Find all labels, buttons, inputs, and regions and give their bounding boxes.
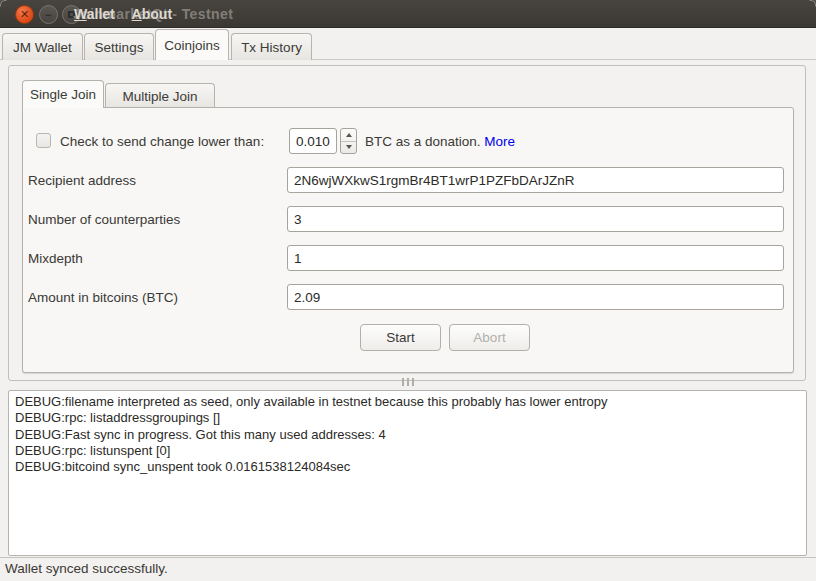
tab-tx-history-label: Tx History (241, 40, 302, 55)
tab-multiple-join[interactable]: Multiple Join (105, 83, 215, 108)
tab-settings-label: Settings (95, 40, 144, 55)
statusbar-message: Wallet synced successfully. (5, 561, 168, 576)
log-line: DEBUG:rpc: listunspent [0] (15, 443, 800, 459)
spin-down-button[interactable] (341, 142, 356, 154)
titlebar[interactable]: ✕ − JoinmarketQt - Testnet Wallet About (0, 0, 816, 28)
amount-btc-input[interactable] (287, 284, 784, 310)
recipient-address-input[interactable] (287, 167, 784, 193)
tab-single-join[interactable]: Single Join (22, 80, 104, 108)
splitter-handle[interactable] (0, 376, 816, 388)
log-line: DEBUG:filename interpreted as seed, only… (15, 394, 800, 410)
start-button-label: Start (386, 330, 415, 345)
counterparties-input[interactable] (287, 206, 784, 232)
tab-tx-history[interactable]: Tx History (231, 33, 312, 60)
app-window: ✕ − JoinmarketQt - Testnet Wallet About … (0, 0, 816, 581)
donation-amount-spinbox[interactable] (289, 128, 337, 154)
donation-checkbox-label: Check to send change lower than: (60, 134, 264, 149)
donation-suffix: BTC as a donation. More (365, 134, 515, 149)
menubar: Wallet About (74, 6, 185, 22)
log-line: DEBUG:Fast sync in progress. Got this ma… (15, 427, 800, 443)
close-button[interactable]: ✕ (15, 5, 34, 24)
chevron-up-icon (346, 133, 352, 137)
spin-up-button[interactable] (341, 129, 356, 142)
chevron-down-icon (346, 145, 352, 149)
abort-button-label: Abort (473, 330, 505, 345)
more-link[interactable]: More (484, 134, 515, 149)
menu-wallet[interactable]: Wallet (74, 6, 115, 22)
start-button[interactable]: Start (360, 324, 441, 351)
tab-jm-wallet-label: JM Wallet (13, 40, 72, 55)
minimize-icon: − (45, 9, 51, 21)
log-line: DEBUG:rpc: listaddressgroupings [] (15, 410, 800, 426)
close-icon: ✕ (20, 8, 29, 21)
counterparties-label: Number of counterparties (28, 212, 180, 227)
tab-single-join-label: Single Join (30, 87, 96, 102)
menu-about[interactable]: About (132, 6, 172, 22)
tab-coinjoins[interactable]: Coinjoins (155, 29, 229, 60)
mixdepth-label: Mixdepth (28, 251, 83, 266)
tab-coinjoins-label: Coinjoins (164, 38, 220, 53)
amount-btc-label: Amount in bitcoins (BTC) (28, 290, 178, 305)
minimize-button[interactable]: − (39, 5, 58, 24)
donation-spinbox-arrows (340, 128, 357, 154)
abort-button[interactable]: Abort (449, 324, 530, 351)
tab-settings[interactable]: Settings (84, 33, 154, 60)
debug-log[interactable]: DEBUG:filename interpreted as seed, only… (8, 390, 807, 556)
donation-suffix-text: BTC as a donation. (365, 134, 481, 149)
mixdepth-input[interactable] (287, 245, 784, 271)
tab-multiple-join-label: Multiple Join (122, 89, 197, 104)
statusbar-separator (0, 557, 816, 558)
tab-jm-wallet[interactable]: JM Wallet (2, 33, 83, 60)
recipient-address-label: Recipient address (28, 173, 136, 188)
log-line: DEBUG:bitcoind sync_unspent took 0.01615… (15, 459, 800, 475)
donation-checkbox[interactable] (36, 133, 51, 148)
